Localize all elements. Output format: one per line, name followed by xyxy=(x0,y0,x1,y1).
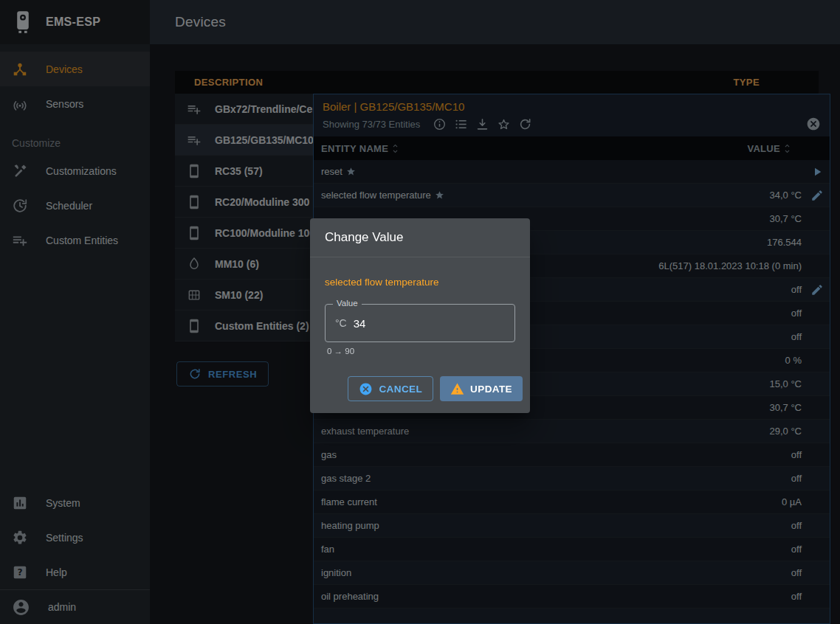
dialog-entity-label: selected flow temperature xyxy=(325,277,515,288)
value-input[interactable]: Value °C 34 xyxy=(325,304,515,342)
update-button[interactable]: UPDATE xyxy=(440,376,523,401)
dialog-actions: CANCEL UPDATE xyxy=(310,356,530,413)
update-label: UPDATE xyxy=(470,384,512,395)
change-value-dialog: Change Value selected flow temperature V… xyxy=(310,218,530,413)
value-input-label: Value xyxy=(333,299,362,308)
value-unit-prefix: °C xyxy=(335,317,347,329)
value-range-hint: 0 → 90 xyxy=(327,347,515,356)
cancel-button[interactable]: CANCEL xyxy=(348,376,433,401)
value-input-text: 34 xyxy=(354,317,366,330)
dialog-body: selected flow temperature Value °C 34 0 … xyxy=(310,257,530,356)
warning-icon xyxy=(450,382,464,396)
dialog-title: Change Value xyxy=(310,218,530,257)
cancel-icon xyxy=(359,382,373,396)
cancel-label: CANCEL xyxy=(379,384,422,395)
